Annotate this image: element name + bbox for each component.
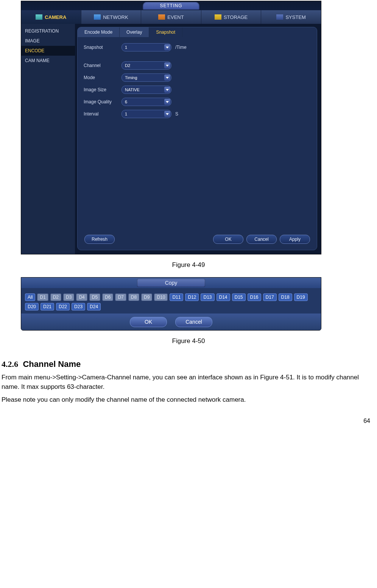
channel-chip[interactable]: D24 (87, 303, 101, 310)
section-number: 4.2.6 (2, 359, 18, 369)
copy-titlebar: Copy (21, 278, 321, 288)
refresh-button[interactable]: Refresh (84, 235, 115, 244)
event-icon (158, 14, 165, 20)
channel-chip[interactable]: D8 (128, 293, 139, 301)
chevron-down-icon (164, 75, 170, 81)
tab-overlay[interactable]: Overlay (120, 27, 149, 37)
nav-camera-label: CAMERA (45, 14, 66, 20)
interval-unit: S (175, 111, 178, 117)
side-camname[interactable]: CAM NAME (21, 56, 75, 66)
quality-value: 6 (125, 100, 127, 104)
channel-chip[interactable]: D7 (115, 293, 126, 301)
side-image[interactable]: IMAGE (21, 36, 75, 46)
channel-chip[interactable]: D1 (37, 293, 48, 301)
channel-chip[interactable]: All (25, 293, 35, 301)
copy-cancel-button[interactable]: Cancel (175, 317, 212, 327)
chevron-down-icon (164, 44, 170, 50)
channel-label: Channel (84, 63, 122, 68)
tab-snapshot[interactable]: Snapshot (149, 27, 182, 37)
section-heading: 4.2.6 Channel Name (2, 359, 375, 369)
chevron-down-icon (164, 62, 170, 69)
ok-button[interactable]: OK (213, 235, 243, 244)
system-icon (276, 14, 283, 20)
channel-chip[interactable]: D16 (248, 293, 261, 301)
nav-storage[interactable]: STORAGE (201, 10, 262, 24)
mode-value: Timing (125, 75, 137, 80)
cancel-button[interactable]: Cancel (246, 235, 277, 244)
snapshot-unit: /Time (175, 45, 187, 50)
setting-topnav: CAMERA NETWORK EVENT STORAGE SYSTEM (21, 10, 321, 24)
nav-system[interactable]: SYSTEM (261, 10, 321, 24)
snapshot-value: 1 (125, 45, 127, 50)
tab-encode-mode[interactable]: Encode Mode (78, 27, 120, 37)
channel-chip[interactable]: D21 (41, 303, 54, 310)
channel-chip[interactable]: D11 (170, 293, 183, 301)
channel-chip[interactable]: D13 (201, 293, 214, 301)
size-value: NATIVE (125, 87, 140, 92)
storage-icon (215, 14, 221, 20)
chevron-down-icon (164, 99, 170, 105)
mode-label: Mode (84, 75, 122, 80)
channel-chip[interactable]: D9 (141, 293, 152, 301)
channel-chip[interactable]: D10 (154, 293, 168, 301)
chevron-down-icon (164, 87, 170, 93)
channel-chip[interactable]: D17 (263, 293, 277, 301)
apply-button[interactable]: Apply (280, 235, 310, 244)
quality-label: Image Quality (84, 99, 122, 104)
copy-dialog: Copy AllD1D2D3D4D5D6D7D8D9D10D11D12D13D1… (21, 277, 321, 331)
quality-select[interactable]: 6 (122, 98, 171, 106)
copy-title: Copy (137, 279, 205, 287)
chevron-down-icon (164, 111, 170, 117)
channel-chip[interactable]: D23 (72, 303, 85, 310)
channel-select[interactable]: D2 (122, 61, 171, 70)
figure-caption-1: Figure 4-49 (0, 261, 377, 269)
channel-chip[interactable]: D4 (76, 293, 87, 301)
channel-chip[interactable]: D12 (185, 293, 199, 301)
size-label: Image Size (84, 87, 122, 92)
size-select[interactable]: NATIVE (122, 86, 171, 94)
channel-chip[interactable]: D15 (232, 293, 246, 301)
nav-event-label: EVENT (167, 14, 184, 20)
channel-chip[interactable]: D6 (102, 293, 113, 301)
figure-caption-2: Figure 4-50 (0, 337, 377, 345)
nav-network-label: NETWORK (103, 14, 128, 20)
nav-storage-label: STORAGE (224, 14, 248, 20)
nav-camera[interactable]: CAMERA (21, 10, 81, 24)
channel-chip[interactable]: D2 (50, 293, 61, 301)
page-number: 64 (363, 418, 370, 424)
channel-chip[interactable]: D19 (294, 293, 308, 301)
side-encode[interactable]: ENCODE (21, 46, 75, 56)
interval-select[interactable]: 1 (122, 110, 171, 118)
nav-system-label: SYSTEM (285, 14, 305, 20)
snapshot-select[interactable]: 1 (122, 43, 171, 51)
channel-chip[interactable]: D20 (25, 303, 39, 310)
setting-titlebar: SETTING (21, 1, 321, 10)
setting-window: SETTING CAMERA NETWORK EVENT STORAGE SYS… (21, 1, 321, 254)
section-paragraph-1: From main menu->Setting->Camera-Channel … (2, 373, 375, 391)
channel-value: D2 (125, 63, 130, 68)
setting-title: SETTING (143, 2, 199, 10)
section-paragraph-2: Please note you can only modify the chan… (2, 395, 375, 405)
copy-ok-button[interactable]: OK (130, 317, 167, 327)
network-icon (94, 14, 101, 20)
setting-sidemenu: REGISTRATION IMAGE ENCODE CAM NAME (21, 24, 75, 254)
nav-network[interactable]: NETWORK (81, 10, 142, 24)
camera-icon (36, 14, 42, 20)
section-title: Channel Name (23, 359, 81, 369)
channel-chip-grid: AllD1D2D3D4D5D6D7D8D9D10D11D12D13D14D15D… (25, 293, 317, 310)
interval-value: 1 (125, 112, 127, 116)
channel-chip[interactable]: D14 (217, 293, 230, 301)
channel-chip[interactable]: D18 (279, 293, 292, 301)
mode-select[interactable]: Timing (122, 73, 171, 82)
channel-chip[interactable]: D5 (89, 293, 100, 301)
snapshot-label: Snapshot (84, 45, 122, 50)
interval-label: Interval (84, 111, 122, 117)
channel-chip[interactable]: D3 (63, 293, 74, 301)
channel-chip[interactable]: D22 (56, 303, 70, 310)
nav-event[interactable]: EVENT (141, 10, 201, 24)
side-registration[interactable]: REGISTRATION (21, 26, 75, 36)
encode-tabs: Encode Mode Overlay Snapshot (78, 27, 317, 37)
encode-panel: Encode Mode Overlay Snapshot Snapshot 1 … (77, 27, 317, 250)
